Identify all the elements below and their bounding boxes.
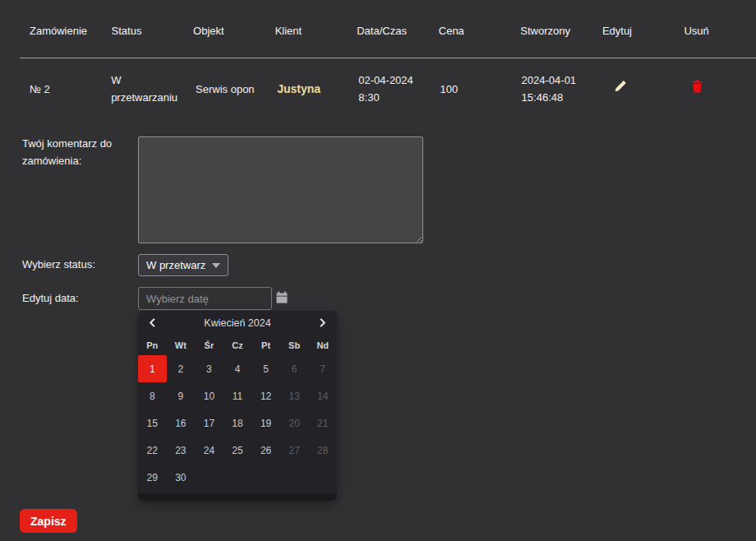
table-row: № 2 W przetwarzaniu Serwis opon Justyna …: [20, 58, 756, 121]
calendar-day: 7: [308, 355, 337, 382]
calendar-day[interactable]: 15: [138, 409, 167, 437]
calendar-day[interactable]: 18: [224, 409, 252, 437]
calendar-month-label: Kwiecień 2024: [157, 317, 318, 329]
calendar-icon: [275, 294, 288, 307]
calendar-day[interactable]: 29: [138, 464, 167, 491]
calendar-day[interactable]: 23: [167, 437, 196, 464]
cell-client: Justyna: [267, 81, 348, 98]
calendar-day: 6: [280, 355, 309, 382]
calendar-header: Kwiecień 2024: [138, 311, 337, 335]
date-label: Edytuj data:: [22, 289, 79, 307]
calendar-day[interactable]: 12: [251, 382, 280, 409]
col-header-status: Status: [102, 25, 184, 37]
calendar-day[interactable]: 22: [138, 437, 167, 464]
calendar-day[interactable]: 3: [195, 355, 224, 382]
calendar-day[interactable]: 24: [195, 437, 224, 464]
date-picker-button[interactable]: [274, 291, 289, 306]
calendar-footer-bar: [138, 493, 337, 501]
calendar-day[interactable]: 10: [195, 382, 224, 409]
orders-table: Zamówienie Status Objekt Klient Data/Cza…: [20, 0, 756, 121]
calendar-day[interactable]: 2: [167, 355, 196, 382]
calendar-popup: Kwiecień 2024 Pn Wt Śr Cz Pt Sb Nd 12345…: [138, 311, 337, 501]
weekday-label: Pn: [138, 340, 167, 350]
status-select[interactable]: W przetwarz: [138, 254, 228, 276]
weekday-label: Wt: [167, 340, 196, 350]
calendar-next-button[interactable]: [318, 317, 327, 330]
calendar-day: 28: [308, 437, 337, 464]
col-header-order: Zamówienie: [20, 25, 102, 37]
col-header-price: Cena: [429, 25, 511, 37]
calendar-grid: 1234567891011121314151617181920212223242…: [138, 355, 337, 493]
calendar-day: 27: [280, 437, 309, 464]
weekday-label: Sb: [280, 340, 309, 350]
status-label: Wybierz status:: [22, 256, 95, 273]
date-input[interactable]: [138, 287, 272, 310]
dropdown-caret-icon: [212, 263, 220, 268]
col-header-object: Objekt: [183, 25, 265, 37]
calendar-weekday-row: Pn Wt Śr Cz Pt Sb Nd: [138, 335, 337, 355]
calendar-day: 14: [308, 382, 337, 409]
calendar-day[interactable]: 16: [167, 409, 196, 437]
weekday-label: Pt: [251, 340, 280, 350]
calendar-day: 20: [280, 409, 309, 437]
col-header-created: Stworzony: [510, 25, 592, 37]
pencil-icon: [614, 83, 627, 95]
cell-status: W przetwarzaniu: [101, 72, 186, 106]
calendar-day[interactable]: 19: [251, 409, 280, 437]
cell-created: 2024-04-01 15:46:48: [512, 72, 593, 106]
weekday-label: Nd: [308, 340, 337, 350]
cell-order: № 2: [20, 81, 101, 98]
trash-icon: [691, 83, 703, 95]
delete-order-button[interactable]: [691, 80, 703, 95]
weekday-label: Śr: [195, 340, 224, 350]
calendar-day: 13: [280, 382, 309, 409]
col-header-delete: Usuń: [674, 25, 756, 37]
col-header-datetime: Data/Czas: [347, 25, 429, 37]
calendar-day[interactable]: 17: [195, 409, 224, 437]
col-header-client: Klient: [265, 25, 348, 37]
comment-label: Twój komentarz do zamówienia:: [22, 135, 133, 169]
comment-textarea[interactable]: [138, 136, 423, 243]
col-header-edit: Edytuj: [592, 25, 675, 37]
calendar-day[interactable]: 30: [167, 464, 196, 491]
status-select-value: W przetwarz: [146, 259, 205, 271]
calendar-day[interactable]: 8: [138, 382, 167, 409]
weekday-label: Cz: [224, 340, 252, 350]
calendar-prev-button[interactable]: [148, 317, 157, 330]
orders-table-header: Zamówienie Status Objekt Klient Data/Cza…: [20, 0, 756, 58]
cell-object: Serwis opon: [186, 81, 267, 98]
calendar-day[interactable]: 26: [251, 437, 280, 464]
cell-price: 100: [430, 81, 511, 98]
calendar-day[interactable]: 25: [224, 437, 252, 464]
edit-order-button[interactable]: [614, 80, 627, 95]
chevron-right-icon: [318, 317, 327, 330]
save-button[interactable]: Zapisz: [20, 509, 77, 533]
calendar-day[interactable]: 1: [138, 355, 167, 382]
chevron-left-icon: [148, 317, 157, 330]
calendar-day[interactable]: 11: [224, 382, 252, 409]
cell-datetime: 02-04-2024 8:30: [348, 72, 430, 106]
calendar-day[interactable]: 4: [224, 355, 252, 382]
calendar-day[interactable]: 9: [167, 382, 196, 409]
calendar-day: 21: [308, 409, 337, 437]
calendar-day[interactable]: 5: [251, 355, 280, 382]
